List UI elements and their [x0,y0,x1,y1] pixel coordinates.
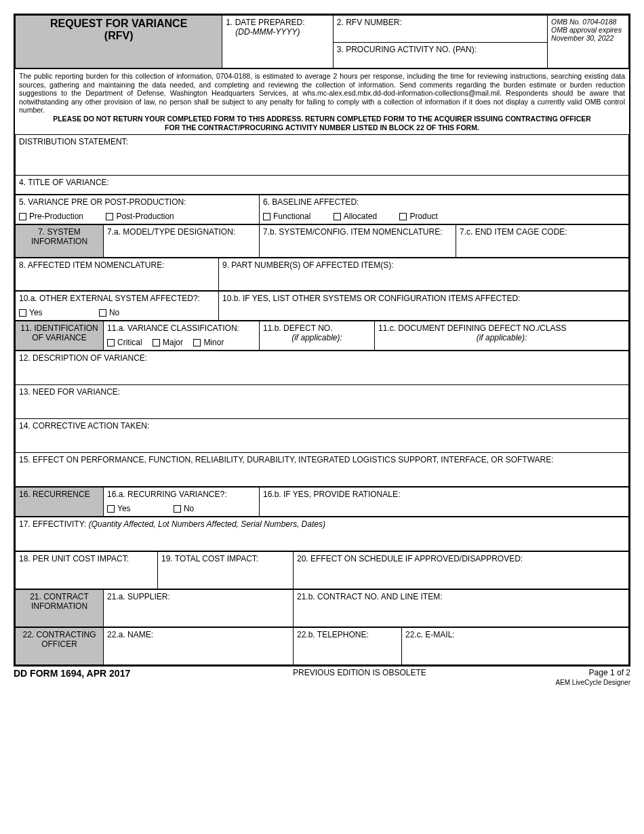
form-title-1: REQUEST FOR VARIANCE [19,18,218,30]
row5-6-table: 5. VARIANCE PRE OR POST-PRODUCTION: 6. B… [15,195,629,224]
pan-label: 3. PROCURING ACTIVITY NO. (PAN): [337,45,477,54]
checkbox-post-production[interactable]: Post-Production [106,212,174,221]
b22c-field[interactable]: 22.c. E-MAIL: [402,628,629,665]
b7-heading: 7. SYSTEM INFORMATION [16,225,104,258]
b10a-label-cell: 10.a. OTHER EXTERNAL SYSTEM AFFECTED?: [16,292,219,306]
b10b-field[interactable]: 10.b. IF YES, LIST OTHER SYSTEMS OR CONF… [219,292,629,321]
checkbox-10a-no[interactable]: No [99,308,119,317]
pan-field[interactable]: 3. PROCURING ACTIVITY NO. (PAN): [333,43,547,68]
omb-expires-label: OMB approval expires [551,26,625,34]
b6-label-cell: 6. BASELINE AFFECTED: [260,195,629,210]
burden-statement: The public reporting burden for this col… [15,68,629,134]
b21a-field[interactable]: 21.a. SUPPLIER: [104,590,294,627]
b8-field[interactable]: 8. AFFECTED ITEM NOMENCLATURE: [16,258,219,291]
b21-heading: 21. CONTRACT INFORMATION [16,590,104,627]
footer: DD FORM 1694, APR 2017 PREVIOUS EDITION … [14,668,630,679]
checkbox-10a-yes[interactable]: Yes [19,308,43,317]
b20-field[interactable]: 20. EFFECT ON SCHEDULE IF APPROVED/DISAP… [294,552,629,589]
b12-field[interactable]: 12. DESCRIPTION OF VARIANCE: [16,351,629,385]
checkbox-minor[interactable]: Minor [193,338,224,347]
checkbox-major[interactable]: Major [153,338,183,347]
date-prepared-field[interactable]: 1. DATE PREPARED: (DD-MMM-YYYY) [222,16,334,68]
title-of-variance-field[interactable]: 4. TITLE OF VARIANCE: [16,176,629,195]
b5-label-cell: 5. VARIANCE PRE OR POST-PRODUCTION: [16,195,260,210]
row16-table: 16. RECURRENCE 16.a. RECURRING VARIANCE?… [15,487,629,517]
b7c-field[interactable]: 7.c. END ITEM CAGE CODE: [456,225,629,258]
main-table: DISTRIBUTION STATEMENT: 4. TITLE OF VARI… [15,134,629,195]
form-id: DD FORM 1694, APR 2017 [14,668,130,679]
header-table: REQUEST FOR VARIANCE (RFV) 1. DATE PREPA… [15,15,629,68]
b11a-options: Critical Major Minor [104,335,260,351]
title-cell: REQUEST FOR VARIANCE (RFV) [16,16,222,68]
b13-field[interactable]: 13. NEED FOR VARIANCE: [16,385,629,419]
b16b-field[interactable]: 16.b. IF YES, PROVIDE RATIONALE: [260,488,629,517]
b16-heading: 16. RECURRENCE [16,488,104,517]
b5-options: Pre-Production Post-Production [16,209,260,224]
form-container: REQUEST FOR VARIANCE (RFV) 1. DATE PREPA… [14,14,630,667]
burden-text: The public reporting burden for this col… [19,72,625,114]
date-prepared-format: (DD-MMM-YYYY) [226,27,300,37]
omb-expires-date: November 30, 2022 [551,34,625,42]
checkbox-allocated[interactable]: Allocated [334,212,377,221]
row11-table: 11. IDENTIFICATION OF VARIANCE 11.a. VAR… [15,321,629,351]
distribution-statement-label: DISTRIBUTION STATEMENT: [19,137,128,146]
row17-table: 17. EFFECTIVITY: (Quantity Affected, Lot… [15,517,629,551]
checkbox-critical[interactable]: Critical [107,338,142,347]
row18-20-table: 18. PER UNIT COST IMPACT: 19. TOTAL COST… [15,551,629,589]
omb-number: OMB No. 0704-0188 [551,18,625,26]
b14-field[interactable]: 14. CORRECTIVE ACTION TAKEN: [16,419,629,453]
b11-heading: 11. IDENTIFICATION OF VARIANCE [16,321,104,351]
page-number: Page 1 of 2 [589,668,630,677]
row21-table: 21. CONTRACT INFORMATION 21.a. SUPPLIER:… [15,589,629,627]
checkbox-16a-yes[interactable]: Yes [107,504,131,513]
b22b-field[interactable]: 22.b. TELEPHONE: [294,628,402,665]
designer-credit: AEM LiveCycle Designer [14,679,630,686]
row8-9-table: 8. AFFECTED ITEM NOMENCLATURE: 9. PART N… [15,258,629,291]
burden-notice-1: PLEASE DO NOT RETURN YOUR COMPLETED FORM… [19,115,625,123]
checkbox-pre-production[interactable]: Pre-Production [19,212,83,221]
b21b-field[interactable]: 21.b. CONTRACT NO. AND LINE ITEM: [294,590,629,627]
b22a-field[interactable]: 22.a. NAME: [104,628,294,665]
checkbox-functional[interactable]: Functional [263,212,310,221]
distribution-statement-field[interactable]: DISTRIBUTION STATEMENT: [16,135,629,176]
row10-table: 10.a. OTHER EXTERNAL SYSTEM AFFECTED?: 1… [15,291,629,321]
row7-table: 7. SYSTEM INFORMATION 7.a. MODEL/TYPE DE… [15,224,629,258]
b11a-label-cell: 11.a. VARIANCE CLASSIFICATION: [104,321,260,336]
form-title-2: (RFV) [19,30,218,42]
b15-field[interactable]: 15. EFFECT ON PERFORMANCE, FUNCTION, REL… [16,453,629,487]
burden-notice-2: FOR THE CONTRACT/PROCURING ACTIVITY NUMB… [19,123,625,132]
b18-field[interactable]: 18. PER UNIT COST IMPACT: [16,552,158,589]
b11b-field[interactable]: 11.b. DEFECT NO. (if applicable): [260,321,375,351]
obsolete-notice: PREVIOUS EDITION IS OBSOLETE [293,668,426,679]
row22-table: 22. CONTRACTING OFFICER 22.a. NAME: 22.b… [15,627,629,665]
b7b-field[interactable]: 7.b. SYSTEM/CONFIG. ITEM NOMENCLATURE: [260,225,456,258]
checkbox-product[interactable]: Product [399,212,437,221]
b7a-field[interactable]: 7.a. MODEL/TYPE DESIGNATION: [104,225,260,258]
b11c-field[interactable]: 11.c. DOCUMENT DEFINING DEFECT NO./CLASS… [375,321,629,351]
b4-label: 4. TITLE OF VARIANCE: [19,178,109,187]
omb-cell: OMB No. 0704-0188 OMB approval expires N… [548,16,629,68]
rfv-number-label: 2. RFV NUMBER: [337,18,402,27]
b10a-options: Yes No [16,305,219,321]
b9-field[interactable]: 9. PART NUMBER(S) OF AFFECTED ITEM(S): [219,258,629,291]
date-prepared-label: 1. DATE PREPARED: [226,18,304,27]
b17-field[interactable]: 17. EFFECTIVITY: (Quantity Affected, Lot… [16,517,629,551]
checkbox-16a-no[interactable]: No [174,504,194,513]
row12-15-table: 12. DESCRIPTION OF VARIANCE: 13. NEED FO… [15,351,629,487]
b6-options: Functional Allocated Product [260,209,629,224]
b22-heading: 22. CONTRACTING OFFICER [16,628,104,665]
rfv-number-field[interactable]: 2. RFV NUMBER: [333,16,547,43]
b19-field[interactable]: 19. TOTAL COST IMPACT: [158,552,294,589]
b16a-label-cell: 16.a. RECURRING VARIANCE?: [104,488,260,502]
b16a-options: Yes No [104,501,260,517]
